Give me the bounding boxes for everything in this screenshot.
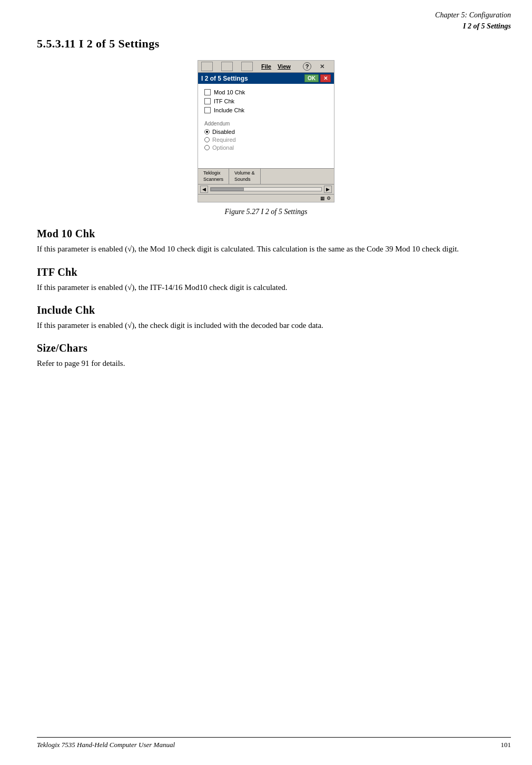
radio-required-circle[interactable] [204,137,210,142]
page-footer: Teklogix 7535 Hand-Held Computer User Ma… [37,737,511,749]
radio-optional-circle[interactable] [204,145,210,150]
radio-required-label: Required [212,137,236,143]
main-content: 5.5.3.11 I 2 of 5 Settings File View ? ✕ [0,0,532,409]
taskbar-tab-sounds[interactable]: Volume &Sounds [229,169,261,184]
status-icon-1: ▦ [320,196,325,201]
help-icon: ? [303,62,311,71]
mod10chk-heading: Mod 10 Chk [37,228,495,240]
checkbox-itfchk-box[interactable] [204,98,211,104]
checkbox-includechk-box[interactable] [204,107,211,113]
figure-caption: Figure 5.27 I 2 of 5 Settings [225,208,308,216]
ok-button[interactable]: OK [304,74,319,82]
radio-optional-label: Optional [212,144,234,151]
footer-page: 101 [501,741,511,749]
menu-help-icon[interactable]: ? [303,62,318,71]
checkbox-includechk-label: Include Chk [214,107,244,113]
checkbox-mod10chk[interactable]: Mod 10 Chk [204,89,328,95]
sizechars-body: Refer to page 91 for details. [37,357,495,370]
device-taskbar: TeklogixScanners Volume &Sounds [198,168,334,184]
itfchk-body: If this parameter is enabled (√), the IT… [37,282,495,294]
section-heading: 5.5.3.11 I 2 of 5 Settings [37,37,495,51]
close-button[interactable]: ✕ [320,74,331,82]
checkbox-itfchk-label: ITF Chk [214,98,234,104]
status-icon-2: ⚙ [327,196,331,201]
checkbox-itfchk[interactable]: ITF Chk [204,98,328,104]
radio-disabled-label: Disabled [212,129,235,135]
radio-optional[interactable]: Optional [204,144,328,151]
page-header: Chapter 5: Configuration I 2 of 5 Settin… [435,9,511,32]
checkbox-mod10chk-box[interactable] [204,89,211,95]
scrollbar-thumb [211,188,244,191]
window-close-icon[interactable]: ✕ [320,63,324,70]
device-scrollbar: ◀ ▶ [198,184,334,194]
device-menubar: File View ? ✕ [198,61,334,73]
checkbox-mod10chk-label: Mod 10 Chk [214,89,245,95]
section-label: I 2 of 5 Settings [435,21,511,32]
menu-file[interactable]: File [261,63,271,70]
figure-container: File View ? ✕ I 2 of 5 Settings OK ✕ [37,60,495,216]
device-statusbar: ▦ ⚙ [198,194,334,202]
addendum-label: Addendum [204,121,328,127]
titlebar-title: I 2 of 5 Settings [201,75,248,82]
toolbar-icon-2 [221,62,233,71]
scroll-right-arrow[interactable]: ▶ [324,186,332,193]
chapter-label: Chapter 5: Configuration [435,9,511,21]
includechk-body: If this parameter is enabled (√), the ch… [37,319,495,332]
scrollbar-track[interactable] [210,187,322,191]
includechk-heading: Include Chk [37,304,495,316]
toolbar-icon-3 [241,62,253,71]
toolbar-icon-1 [201,62,213,71]
radio-disabled-circle[interactable] [204,129,210,134]
device-titlebar: I 2 of 5 Settings OK ✕ [198,73,334,84]
mod10chk-body: If this parameter is enabled (√), the Mo… [37,243,495,255]
menu-view[interactable]: View [278,63,291,70]
addendum-section: Addendum Disabled Required Optional [204,121,328,151]
toolbar-icons [201,62,259,71]
itfchk-heading: ITF Chk [37,266,495,278]
scroll-left-arrow[interactable]: ◀ [200,186,208,193]
device-body: Mod 10 Chk ITF Chk Include Chk Addendum … [198,84,334,168]
titlebar-buttons: OK ✕ [304,74,331,82]
taskbar-tab-scanners[interactable]: TeklogixScanners [198,169,229,184]
radio-disabled[interactable]: Disabled [204,129,328,135]
footer-brand: Teklogix 7535 Hand-Held Computer User Ma… [37,741,175,749]
sizechars-heading: Size/Chars [37,342,495,354]
device-screenshot: File View ? ✕ I 2 of 5 Settings OK ✕ [198,60,334,202]
checkbox-includechk[interactable]: Include Chk [204,107,328,113]
radio-required[interactable]: Required [204,137,328,143]
